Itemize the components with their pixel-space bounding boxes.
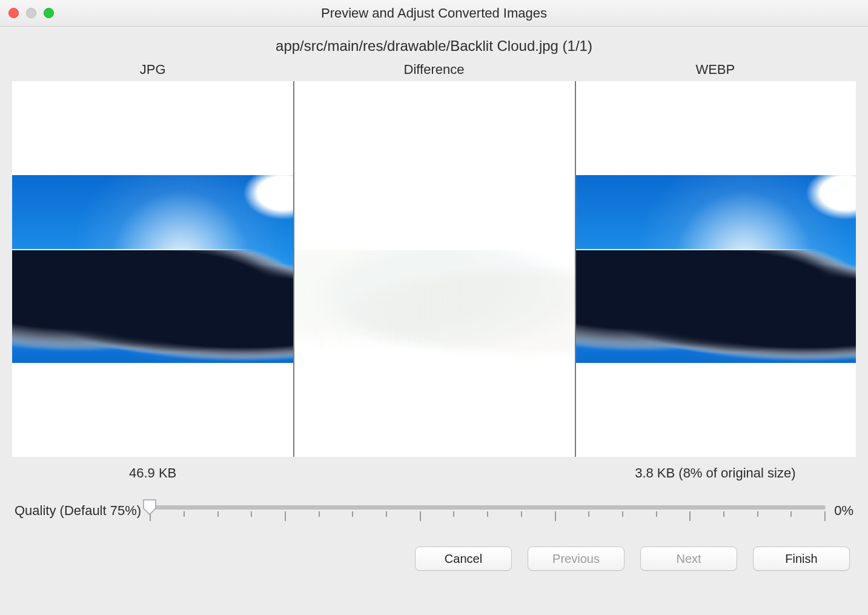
finish-button[interactable]: Finish (753, 547, 850, 571)
traffic-lights (8, 8, 54, 18)
header-difference: Difference (293, 62, 574, 78)
next-button: Next (640, 547, 737, 571)
button-row: Cancel Previous Next Finish (0, 521, 868, 571)
cancel-button[interactable]: Cancel (415, 547, 512, 571)
finish-button-label: Finish (785, 552, 817, 566)
titlebar: Preview and Adjust Converted Images (0, 0, 868, 27)
size-converted: 3.8 KB (8% of original size) (575, 465, 856, 481)
size-row: 46.9 KB 3.8 KB (8% of original size) (0, 457, 868, 481)
preview-panels (0, 81, 868, 457)
quality-label: Quality (Default 75%) (15, 503, 141, 519)
previous-button-label: Previous (552, 552, 600, 566)
quality-row: Quality (Default 75%) 0% (0, 481, 868, 521)
header-original: JPG (12, 62, 293, 78)
header-converted: WEBP (575, 62, 856, 78)
slider-thumb-icon[interactable] (142, 499, 157, 516)
window-title: Preview and Adjust Converted Images (0, 5, 868, 21)
preview-converted (575, 81, 856, 457)
previous-button: Previous (528, 547, 624, 571)
minimize-icon (26, 8, 36, 18)
preview-original (12, 81, 293, 457)
zoom-icon[interactable] (44, 8, 54, 18)
quality-slider[interactable] (150, 500, 826, 521)
slider-track (150, 505, 826, 510)
size-spacer (293, 465, 574, 481)
quality-value: 0% (834, 503, 853, 519)
slider-ticks (150, 511, 826, 521)
next-button-label: Next (676, 552, 701, 566)
cancel-button-label: Cancel (445, 552, 482, 566)
file-path: app/src/main/res/drawable/Backlit Cloud.… (0, 27, 868, 62)
size-original: 46.9 KB (12, 465, 293, 481)
preview-difference (293, 81, 574, 457)
column-headers: JPG Difference WEBP (0, 62, 868, 81)
close-icon[interactable] (8, 8, 19, 18)
